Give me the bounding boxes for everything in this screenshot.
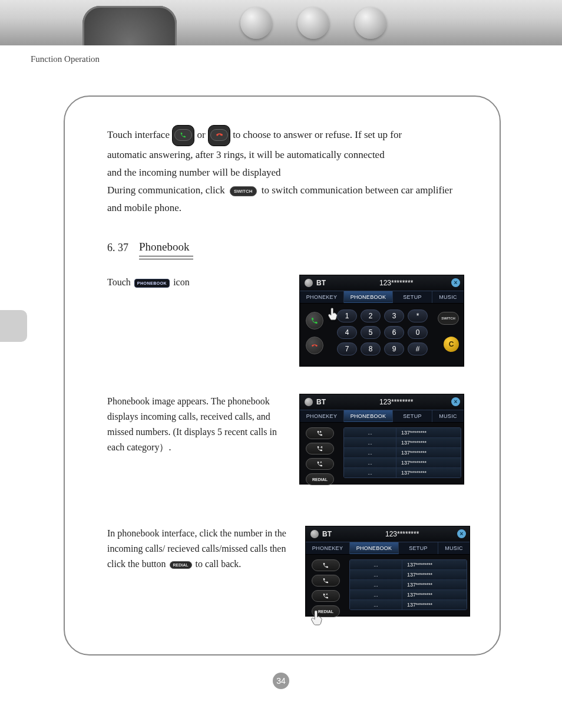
list-item[interactable]: ...137******** bbox=[350, 570, 467, 580]
key-7[interactable]: 7 bbox=[337, 342, 357, 355]
tab-music[interactable]: MUSIC bbox=[438, 542, 470, 554]
hangup-icon bbox=[208, 125, 230, 146]
switch-icon: SWITCH bbox=[230, 186, 257, 196]
bt-logo-icon bbox=[305, 279, 313, 287]
content-panel: Touch interface or to choose to answer o… bbox=[64, 95, 501, 655]
list-item[interactable]: ...137******** bbox=[350, 600, 467, 610]
incoming-button[interactable] bbox=[306, 427, 334, 439]
dashboard-graphic bbox=[82, 6, 177, 45]
list-item[interactable]: ...137******** bbox=[344, 458, 461, 468]
tab-phonekey[interactable]: PHONEKEY bbox=[300, 291, 344, 303]
tab-phonekey[interactable]: PHONEKEY bbox=[300, 410, 344, 422]
dialed-number: 123******** bbox=[379, 398, 413, 406]
incoming-button[interactable] bbox=[312, 559, 340, 571]
bt-logo-icon bbox=[305, 398, 313, 406]
missed-button[interactable] bbox=[312, 590, 340, 602]
text: Touch interface bbox=[107, 129, 170, 140]
list-item[interactable]: ...137******** bbox=[350, 560, 467, 570]
dialed-number: 123******** bbox=[379, 279, 413, 287]
tab-phonebook[interactable]: PHONEBOOK bbox=[344, 291, 393, 303]
close-button[interactable]: × bbox=[451, 278, 460, 287]
text: icon bbox=[173, 277, 190, 287]
received-button[interactable] bbox=[312, 575, 340, 587]
tab-phonebook[interactable]: PHONEBOOK bbox=[344, 410, 393, 422]
switch-button[interactable]: SWITCH bbox=[438, 312, 459, 325]
missed-button[interactable] bbox=[306, 458, 334, 470]
keypad-area: SWITCH C 1 2 3 * 4 5 bbox=[300, 304, 464, 366]
screen-header: BT 123******** × bbox=[300, 275, 464, 291]
section-heading-row: 6. 37 Phonebook bbox=[107, 241, 470, 259]
answer-icon bbox=[172, 125, 194, 146]
page: Function Operation Touch interface or to… bbox=[0, 0, 562, 728]
tab-music[interactable]: MUSIC bbox=[432, 410, 464, 422]
phonebook-pill-icon: PHONEBOOK bbox=[134, 279, 170, 288]
step-3-text: In phonebook interface, click the number… bbox=[107, 526, 290, 572]
step-2-text: Phonebook image appears. The phonebook d… bbox=[107, 394, 284, 455]
phonebook-side-buttons: REDIAL bbox=[312, 559, 340, 617]
list-item[interactable]: ...137******** bbox=[344, 428, 461, 438]
pointer-hand-icon bbox=[326, 307, 341, 325]
text: to call back. bbox=[196, 559, 242, 569]
bt-label: BT bbox=[305, 279, 326, 287]
key-hash[interactable]: # bbox=[408, 342, 428, 355]
screen-header: BT 123******** × bbox=[300, 394, 464, 410]
screen-tabs: PHONEKEY PHONEBOOK SETUP MUSIC bbox=[306, 542, 470, 555]
key-3[interactable]: 3 bbox=[384, 309, 404, 322]
tab-setup[interactable]: SETUP bbox=[393, 410, 432, 422]
tab-phonekey[interactable]: PHONEKEY bbox=[306, 542, 350, 554]
step-1-text: Touch PHONEBOOK icon bbox=[107, 275, 284, 290]
section-number: 6. 37 bbox=[107, 241, 128, 254]
close-button[interactable]: × bbox=[451, 397, 460, 406]
screenshot-phonebook-redial: BT 123******** × PHONEKEY PHONEBOOK SETU… bbox=[305, 526, 470, 617]
pointer-hand-icon bbox=[309, 610, 326, 633]
list-item[interactable]: ...137******** bbox=[350, 580, 467, 590]
text: During communication, click bbox=[107, 185, 225, 196]
bt-label: BT bbox=[305, 398, 326, 406]
tab-setup[interactable]: SETUP bbox=[399, 542, 438, 554]
text: automatic answering, after 3 rings, it w… bbox=[107, 149, 385, 160]
page-number: 34 bbox=[273, 673, 289, 689]
tab-setup[interactable]: SETUP bbox=[393, 291, 432, 303]
list-item[interactable]: ...137******** bbox=[350, 590, 467, 600]
clear-button[interactable]: C bbox=[444, 337, 459, 352]
text: and the incoming number will be displaye… bbox=[107, 167, 281, 178]
screen-tabs: PHONEKEY PHONEBOOK SETUP MUSIC bbox=[300, 291, 464, 304]
key-8[interactable]: 8 bbox=[361, 342, 381, 355]
tab-music[interactable]: MUSIC bbox=[432, 291, 464, 303]
redial-button[interactable]: REDIAL bbox=[306, 473, 334, 485]
list-item[interactable]: ...137******** bbox=[344, 438, 461, 448]
intro-paragraph: Touch interface or to choose to answer o… bbox=[107, 125, 470, 217]
text: to switch communication between car ampl… bbox=[262, 185, 452, 196]
side-thumb-tab bbox=[0, 310, 27, 342]
knob-graphic bbox=[297, 7, 329, 39]
hangup-button[interactable] bbox=[306, 337, 323, 354]
key-4[interactable]: 4 bbox=[337, 326, 357, 339]
key-6[interactable]: 6 bbox=[384, 326, 404, 339]
answer-button[interactable] bbox=[306, 312, 323, 330]
call-list: ...137******** ...137******** ...137****… bbox=[349, 559, 467, 610]
received-button[interactable] bbox=[306, 443, 334, 454]
keypad: 1 2 3 * 4 5 6 0 bbox=[335, 309, 429, 355]
screenshot-phonebook-list: BT 123******** × PHONEKEY PHONEBOOK SETU… bbox=[299, 394, 464, 485]
list-item[interactable]: ...137******** bbox=[344, 448, 461, 458]
key-5[interactable]: 5 bbox=[361, 326, 381, 339]
screen-header: BT 123******** × bbox=[306, 526, 470, 542]
text: Touch bbox=[107, 277, 131, 287]
close-button[interactable]: × bbox=[457, 529, 466, 538]
text: to choose to answer or refuse. If set up… bbox=[233, 129, 402, 140]
page-header-label: Function Operation bbox=[31, 54, 100, 64]
phonebook-area: REDIAL ...137******** ...137******** ...… bbox=[306, 555, 470, 616]
dialed-number: 123******** bbox=[385, 530, 419, 538]
bt-label: BT bbox=[310, 530, 332, 538]
key-0[interactable]: 0 bbox=[408, 326, 428, 339]
key-9[interactable]: 9 bbox=[384, 342, 404, 355]
key-2[interactable]: 2 bbox=[361, 309, 381, 322]
bt-logo-icon bbox=[310, 530, 319, 538]
screenshot-wrapper: BT 123******** × PHONEKEY PHONEBOOK SETU… bbox=[305, 526, 470, 617]
list-item[interactable]: ...137******** bbox=[344, 468, 461, 477]
step-1: Touch PHONEBOOK icon BT 123******** × PH… bbox=[107, 275, 470, 367]
redial-pill-icon: REDIAL bbox=[170, 561, 192, 569]
screenshot-keypad: BT 123******** × PHONEKEY PHONEBOOK SETU… bbox=[299, 275, 464, 367]
key-star[interactable]: * bbox=[408, 309, 428, 322]
tab-phonebook[interactable]: PHONEBOOK bbox=[350, 542, 399, 554]
